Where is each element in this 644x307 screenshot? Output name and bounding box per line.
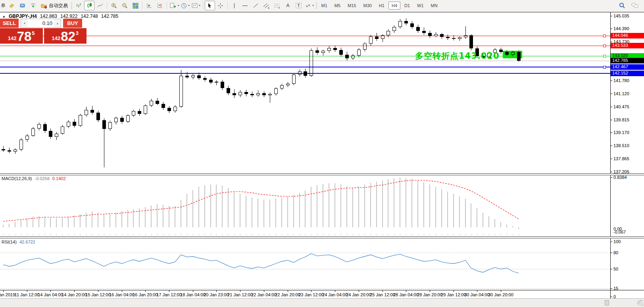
candle-wick <box>92 106 92 110</box>
price-axis-tick <box>610 159 612 159</box>
buy-price-display[interactable]: 142 82 3 <box>44 28 87 44</box>
candle-wick <box>294 84 294 85</box>
line-handle[interactable] <box>603 55 606 58</box>
tile-windows-icon[interactable] <box>130 1 140 10</box>
candle-body <box>238 92 242 95</box>
candle-wick <box>86 115 87 117</box>
journal-icon[interactable] <box>6 1 17 10</box>
timeframe-button-W1[interactable]: W1 <box>414 2 427 10</box>
line-handle[interactable] <box>603 66 606 69</box>
candle-body <box>416 27 420 31</box>
macd-histogram-bar <box>27 219 27 228</box>
time-axis-tick <box>3 290 4 292</box>
candle-body <box>132 111 135 115</box>
sell-price-display[interactable]: 142 78 5 <box>0 28 43 44</box>
timeframe-button-M5[interactable]: M5 <box>331 2 344 10</box>
horizontal-line-object[interactable] <box>0 46 610 46</box>
account-icon[interactable] <box>17 1 27 10</box>
signals-icon[interactable] <box>28 1 38 10</box>
chart-text-annotation[interactable]: 多空转折点143.020 <box>415 50 500 61</box>
candle-wick <box>151 106 152 107</box>
collapse-panel-arrow-icon[interactable]: ▲ <box>2 15 6 18</box>
orders-label[interactable]: 单 <box>1 2 6 9</box>
timeframe-button-M30[interactable]: M30 <box>360 2 375 10</box>
candle-wick <box>104 129 104 167</box>
sell-button[interactable]: SELL <box>0 19 19 28</box>
timeframe-button-MN[interactable]: MN <box>428 2 441 10</box>
window-resize-grip[interactable] <box>637 300 643 306</box>
chart-shift-icon[interactable] <box>155 1 165 10</box>
text-label-tool-icon[interactable]: T <box>294 1 304 10</box>
candle-body <box>505 52 509 55</box>
line-handle[interactable] <box>603 44 606 47</box>
toolbar-separator <box>227 2 228 9</box>
timeframe-button-H4[interactable]: H4 <box>388 2 400 10</box>
zoom-out-icon[interactable] <box>119 1 130 10</box>
candle-wick <box>33 136 33 137</box>
candle-wick <box>454 39 454 40</box>
timeframe-button-M15[interactable]: M15 <box>344 2 359 10</box>
trendline-tool-icon[interactable] <box>251 1 261 10</box>
new-order-icon[interactable]: ▾ <box>169 1 180 10</box>
macd-grid-tick <box>98 234 98 236</box>
macd-panel-splitter[interactable] <box>0 173 644 175</box>
search-icon[interactable] <box>617 1 627 10</box>
macd-histogram-bar <box>145 207 146 227</box>
candle-wick <box>45 131 45 133</box>
arrows-tool-icon[interactable]: ▾ <box>304 1 315 10</box>
indicators-clock-icon[interactable]: ▾ <box>180 1 190 10</box>
macd-grid-tick <box>276 234 276 236</box>
macd-histogram-bar <box>488 216 489 228</box>
candle-body <box>458 37 461 39</box>
equidistant-channel-tool-icon[interactable]: E <box>261 1 272 10</box>
price-tick-label: 138.510 <box>613 143 629 148</box>
rsi-axis-tick <box>610 253 612 253</box>
candle-wick <box>157 104 158 106</box>
macd-axis-tick <box>610 177 612 178</box>
candle-wick <box>465 26 466 36</box>
line-handle[interactable] <box>603 35 606 37</box>
text-tool-icon[interactable]: A <box>283 1 293 10</box>
candle-body <box>114 118 118 122</box>
templates-icon[interactable]: ▾ <box>191 1 201 10</box>
macd-grid-tick <box>365 234 365 236</box>
horizontal-line-tool-icon[interactable] <box>240 1 250 10</box>
candle-wick <box>181 70 181 76</box>
volume-decrease-button[interactable]: ▼ <box>21 19 28 27</box>
time-axis-tick <box>216 290 217 292</box>
fibonacci-tool-icon[interactable]: F <box>272 1 283 10</box>
horizontal-scrollbar[interactable] <box>0 298 644 307</box>
scrollbar-thumb[interactable] <box>605 300 609 305</box>
autotrade-button[interactable]: 自动交易 <box>38 1 70 10</box>
auto-scroll-icon[interactable] <box>144 1 154 10</box>
toolbar-separator <box>203 2 203 9</box>
vertical-line-tool-icon[interactable] <box>229 1 240 10</box>
cursor-icon[interactable] <box>205 1 215 10</box>
candle-wick <box>335 50 335 52</box>
macd-grid-tick <box>80 234 81 236</box>
bar-chart-icon[interactable] <box>73 1 84 10</box>
horizontal-line-object[interactable] <box>0 67 610 67</box>
volume-input[interactable]: 0.10 <box>28 19 54 27</box>
buy-button[interactable]: BUY <box>63 19 82 28</box>
toolbar-grip[interactable] <box>71 2 72 9</box>
macd-grid-tick <box>39 234 39 236</box>
crosshair-icon[interactable] <box>215 1 226 10</box>
volume-increase-button[interactable]: ▲ <box>54 19 61 27</box>
candlestick-chart-icon[interactable] <box>84 1 94 10</box>
timeframe-button-D1[interactable]: D1 <box>401 2 413 10</box>
candle-wick <box>383 39 383 42</box>
chat-icon[interactable] <box>630 1 640 10</box>
candle-wick <box>205 80 205 82</box>
time-axis-tick <box>264 290 264 292</box>
rsi-panel-splitter[interactable] <box>0 236 644 238</box>
horizontal-line-object[interactable] <box>0 36 610 36</box>
timeframe-button-H1[interactable]: H1 <box>376 2 388 10</box>
timeframe-button-M1[interactable]: M1 <box>318 2 331 10</box>
macd-histogram-bar <box>139 208 140 227</box>
time-axis-border <box>0 290 644 290</box>
macd-histogram-bar <box>92 211 92 228</box>
zoom-in-icon[interactable] <box>109 1 119 10</box>
toolbar-grip[interactable] <box>316 2 317 9</box>
line-chart-icon[interactable] <box>95 1 105 10</box>
